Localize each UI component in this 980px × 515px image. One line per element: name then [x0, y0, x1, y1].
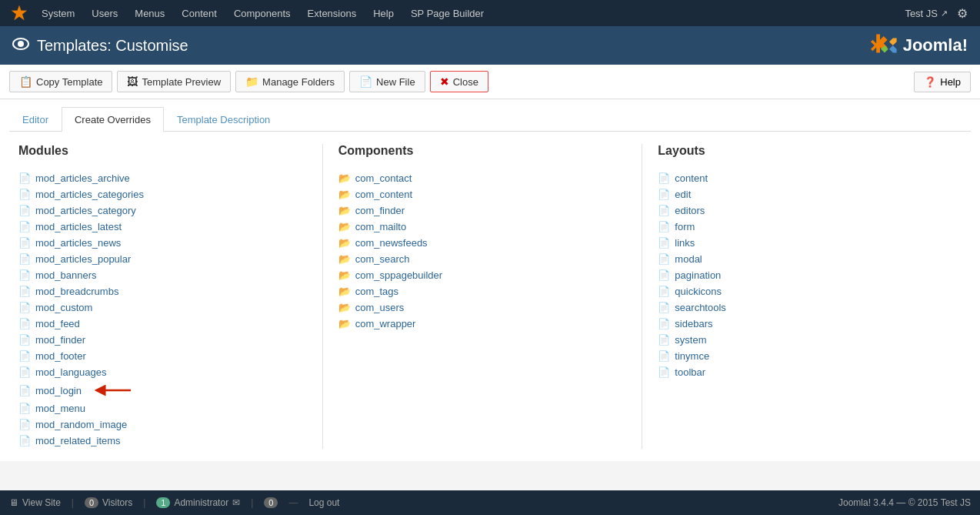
list-item[interactable]: 📄 mod_articles_news: [18, 235, 313, 251]
joomla-logo: Joomla!: [871, 32, 968, 59]
list-item[interactable]: 📄 mod_articles_categories: [18, 186, 313, 202]
file-icon: 📄: [18, 366, 31, 378]
list-item[interactable]: 📂 com_finder: [338, 202, 633, 219]
nav-help[interactable]: Help: [365, 0, 402, 26]
list-item[interactable]: 📄 edit: [658, 186, 952, 202]
nav-menus[interactable]: Menus: [127, 0, 172, 26]
content-area: Editor Create Overrides Template Descrip…: [0, 99, 980, 461]
red-arrow-annotation: [94, 383, 132, 398]
list-item[interactable]: 📄 mod_random_image: [18, 416, 313, 433]
list-item[interactable]: 📄 modal: [658, 251, 952, 267]
list-item[interactable]: 📄 form: [658, 219, 952, 235]
help-button[interactable]: ❓ Help: [914, 72, 971, 92]
list-item[interactable]: 📄 mod_related_items: [18, 433, 313, 449]
file-icon: 📄: [658, 318, 670, 329]
template-preview-button[interactable]: 🖼 Template Preview: [117, 71, 231, 92]
list-item[interactable]: 📂 com_content: [338, 186, 633, 202]
list-item[interactable]: 📂 com_search: [338, 251, 633, 267]
template-preview-label: Template Preview: [142, 76, 221, 88]
list-item[interactable]: 📄 quickicons: [658, 283, 952, 299]
file-icon: 📄: [658, 302, 670, 313]
list-item[interactable]: 📄 mod_finder: [18, 332, 313, 348]
file-icon: 📄: [18, 435, 31, 446]
file-icon: 📄: [18, 237, 31, 249]
nav-content[interactable]: Content: [174, 0, 225, 26]
list-item[interactable]: 📂 com_users: [338, 299, 633, 316]
page-header: Templates: Customise Joomla!: [0, 26, 980, 65]
list-item[interactable]: 📂 com_newsfeeds: [338, 235, 633, 251]
list-item[interactable]: 📂 com_contact: [338, 170, 633, 186]
folder-icon: 📂: [338, 221, 351, 232]
file-icon: 📄: [658, 269, 670, 281]
user-link[interactable]: Test JS ↗: [905, 8, 948, 19]
help-label: Help: [940, 76, 961, 88]
folder-icon: 📂: [338, 302, 351, 313]
components-title: Components: [338, 144, 633, 158]
list-item[interactable]: 📄 content: [658, 170, 952, 186]
copy-template-button[interactable]: 📋 Copy Template: [9, 71, 112, 92]
file-icon: 📄: [658, 350, 670, 362]
list-item[interactable]: 📄 mod_languages: [18, 364, 313, 380]
nav-users[interactable]: Users: [84, 0, 125, 26]
tab-template-description[interactable]: Template Description: [164, 107, 283, 132]
list-item-mod-login[interactable]: 📄 mod_login: [18, 380, 313, 400]
nav-extensions[interactable]: Extensions: [300, 0, 365, 26]
nav-system[interactable]: System: [34, 0, 82, 26]
file-icon: 📄: [18, 302, 31, 313]
folder-icon: 📁: [245, 75, 258, 88]
joomla-star-icon[interactable]: [6, 0, 32, 26]
copy-icon: 📋: [19, 75, 32, 88]
list-item[interactable]: 📄 mod_articles_archive: [18, 170, 313, 186]
modules-title: Modules: [18, 144, 313, 158]
list-item[interactable]: 📄 mod_breadcrumbs: [18, 283, 313, 299]
list-item[interactable]: 📄 sidebars: [658, 316, 952, 332]
list-item[interactable]: 📄 toolbar: [658, 364, 952, 380]
settings-gear-button[interactable]: ⚙: [951, 3, 974, 24]
new-file-label: New File: [376, 76, 415, 88]
folder-icon: 📂: [338, 189, 351, 200]
list-item[interactable]: 📄 editors: [658, 202, 952, 219]
list-item[interactable]: 📄 mod_menu: [18, 400, 313, 416]
list-item[interactable]: 📄 mod_footer: [18, 348, 313, 364]
list-item[interactable]: 📂 com_mailto: [338, 219, 633, 235]
tab-create-overrides[interactable]: Create Overrides: [62, 107, 164, 132]
folder-icon: 📂: [338, 286, 351, 297]
file-icon: 📄: [18, 403, 31, 414]
new-file-icon: 📄: [359, 75, 372, 88]
nav-components[interactable]: Components: [226, 0, 298, 26]
tab-editor[interactable]: Editor: [9, 107, 62, 132]
file-icon: 📄: [658, 172, 670, 184]
list-item[interactable]: 📂 com_wrapper: [338, 316, 633, 332]
file-icon: 📄: [18, 350, 31, 362]
manage-folders-button[interactable]: 📁 Manage Folders: [235, 71, 345, 92]
list-item[interactable]: 📄 links: [658, 235, 952, 251]
list-item[interactable]: 📄 pagination: [658, 267, 952, 283]
list-item[interactable]: 📄 mod_articles_latest: [18, 219, 313, 235]
file-icon: 📄: [18, 221, 31, 232]
close-icon: ✖: [440, 75, 449, 88]
list-item[interactable]: 📂 com_sppagebuilder: [338, 267, 633, 283]
file-icon: 📄: [658, 286, 670, 297]
list-item[interactable]: 📄 mod_articles_category: [18, 202, 313, 219]
help-circle-icon: ❓: [924, 76, 936, 88]
list-item[interactable]: 📂 com_tags: [338, 283, 633, 299]
list-item[interactable]: 📄 system: [658, 332, 952, 348]
new-file-button[interactable]: 📄 New File: [349, 71, 425, 92]
joomla-text: Joomla!: [903, 35, 968, 55]
file-icon: 📄: [18, 286, 31, 297]
list-item[interactable]: 📄 searchtools: [658, 299, 952, 316]
list-item[interactable]: 📄 mod_banners: [18, 267, 313, 283]
list-item[interactable]: 📄 tinymce: [658, 348, 952, 364]
list-item[interactable]: 📄 mod_custom: [18, 299, 313, 316]
file-icon: 📄: [18, 205, 31, 216]
user-name: Test JS: [905, 8, 938, 19]
file-icon: 📄: [18, 189, 31, 200]
nav-sp-page-builder[interactable]: SP Page Builder: [403, 0, 492, 26]
copy-template-label: Copy Template: [36, 76, 102, 88]
close-button[interactable]: ✖ Close: [430, 71, 488, 92]
list-item[interactable]: 📄 mod_articles_popular: [18, 251, 313, 267]
list-item[interactable]: 📄 mod_feed: [18, 316, 313, 332]
file-icon: 📄: [658, 253, 670, 265]
folder-icon: 📂: [338, 172, 351, 184]
folder-icon: 📂: [338, 318, 351, 329]
